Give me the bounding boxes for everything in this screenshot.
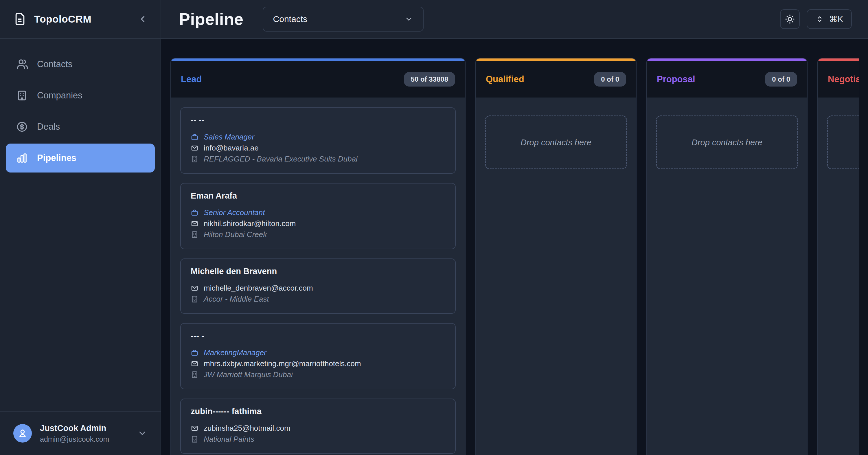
column-header: Proposal 0 of 0 xyxy=(647,61,807,98)
column-count-badge: 0 of 0 xyxy=(594,72,626,87)
column-header: Qualified 0 of 0 xyxy=(476,61,636,98)
building-icon xyxy=(191,295,198,303)
sidebar-item-label: Deals xyxy=(37,122,60,132)
drop-zone-label: Drop contacts here xyxy=(521,138,591,147)
briefcase-icon xyxy=(191,349,198,357)
column-accent xyxy=(818,58,859,61)
contact-card[interactable]: zubin------ fathima zubinsha25@hotmail.c… xyxy=(180,399,456,454)
sidebar-item-deals[interactable]: Deals xyxy=(6,112,155,141)
email: info@bavaria.ae xyxy=(204,143,259,153)
contact-card[interactable]: Eman Arafa Senior Accountant nikhil.shir… xyxy=(180,183,456,249)
column-title: Proposal xyxy=(657,74,695,85)
briefcase-icon xyxy=(191,133,198,141)
user-meta: JustCook Admin admin@justcook.com xyxy=(40,423,109,444)
user-profile[interactable]: JustCook Admin admin@justcook.com xyxy=(0,411,161,455)
document-logo-icon xyxy=(13,12,27,26)
building-icon xyxy=(191,155,198,163)
dollar-icon xyxy=(16,121,28,132)
user-email: admin@justcook.com xyxy=(40,435,109,444)
sidebar-item-label: Companies xyxy=(37,90,83,101)
contact-card[interactable]: --- - MarketingManager mhrs.dxbjw.market… xyxy=(180,323,456,389)
drop-zone[interactable]: Drop contacts here xyxy=(827,116,859,169)
job-title: MarketingManager xyxy=(204,347,267,358)
email-row: zubinsha25@hotmail.com xyxy=(191,423,445,433)
mail-icon xyxy=(191,360,198,368)
board-area: Lead 50 of 33808 -- -- Sales Manager inf… xyxy=(161,39,868,455)
pipeline-board: Lead 50 of 33808 -- -- Sales Manager inf… xyxy=(161,39,859,455)
avatar xyxy=(13,424,32,443)
app-title: TopoloCRM xyxy=(34,13,91,25)
mail-icon xyxy=(191,144,198,152)
email: michelle_denbraven@accor.com xyxy=(204,282,313,294)
job-title: Sales Manager xyxy=(204,131,254,143)
sidebar-item-label: Contacts xyxy=(37,59,72,69)
chevron-down-icon xyxy=(404,15,413,24)
drop-zone[interactable]: Drop contacts here xyxy=(485,116,627,169)
user-name: JustCook Admin xyxy=(40,423,109,433)
topbar-actions: ⌘K xyxy=(780,9,852,29)
page-title: Pipeline xyxy=(179,9,244,29)
card-name: --- - xyxy=(191,331,445,341)
bar-chart-icon xyxy=(16,152,28,164)
company: Accor - Middle East xyxy=(204,294,269,304)
company-row: Accor - Middle East xyxy=(191,294,445,304)
user-menu-chevron-icon[interactable] xyxy=(137,428,147,438)
column-header: Negotiation 0 of 0 xyxy=(818,61,859,98)
job-title-row: Sales Manager xyxy=(191,131,445,143)
job-title-row: Senior Accountant xyxy=(191,207,445,218)
command-palette-button[interactable]: ⌘K xyxy=(807,9,852,29)
topbar: Pipeline Contacts xyxy=(161,0,868,39)
column-accent xyxy=(476,58,636,61)
theme-toggle-button[interactable] xyxy=(780,9,800,29)
building-icon xyxy=(191,435,198,443)
sidebar: TopoloCRM Contacts xyxy=(0,0,161,455)
mail-icon xyxy=(191,424,198,432)
pipeline-entity-select[interactable]: Contacts xyxy=(263,7,424,32)
email-row: michelle_denbraven@accor.com xyxy=(191,282,445,294)
card-list: -- -- Sales Manager info@bavaria.ae REFL… xyxy=(171,98,465,455)
email: zubinsha25@hotmail.com xyxy=(204,423,290,433)
contact-card[interactable]: -- -- Sales Manager info@bavaria.ae REFL… xyxy=(180,108,456,174)
app-root: TopoloCRM Contacts xyxy=(0,0,868,455)
company-row: National Paints xyxy=(191,433,445,445)
chevrons-up-down-icon xyxy=(815,15,824,24)
column-proposal: Proposal 0 of 0 Drop contacts here xyxy=(646,58,808,455)
column-title: Negotiation xyxy=(828,74,859,85)
email: mhrs.dxbjw.marketing.mgr@marriotthotels.… xyxy=(204,358,361,369)
person-icon xyxy=(17,428,28,439)
briefcase-icon xyxy=(191,209,198,216)
card-name: Michelle den Bravenn xyxy=(191,267,445,276)
sidebar-item-contacts[interactable]: Contacts xyxy=(6,50,155,79)
column-accent xyxy=(647,58,807,61)
company-row: Hilton Dubai Creek xyxy=(191,229,445,240)
drop-zone-label: Drop contacts here xyxy=(691,138,763,147)
email-row: info@bavaria.ae xyxy=(191,143,445,153)
card-name: -- -- xyxy=(191,116,445,125)
sidebar-item-label: Pipelines xyxy=(37,153,76,163)
job-title: Senior Accountant xyxy=(204,207,265,218)
company-row: REFLAGGED - Bavaria Executive Suits Duba… xyxy=(191,153,445,164)
building-icon xyxy=(191,231,198,239)
sidebar-collapse-button[interactable] xyxy=(137,14,148,24)
column-count-badge: 50 of 33808 xyxy=(404,72,455,87)
column-title: Qualified xyxy=(486,74,524,85)
contact-card[interactable]: Michelle den Bravenn michelle_denbraven@… xyxy=(180,259,456,314)
company: REFLAGGED - Bavaria Executive Suits Duba… xyxy=(204,153,358,164)
users-icon xyxy=(16,58,28,70)
sidebar-item-pipelines[interactable]: Pipelines xyxy=(6,144,155,173)
company: JW Marriott Marquis Dubai xyxy=(204,369,293,380)
building-icon xyxy=(191,371,198,378)
mail-icon xyxy=(191,284,198,292)
sidebar-item-companies[interactable]: Companies xyxy=(6,81,155,110)
email: nikhil.shirodkar@hilton.com xyxy=(204,218,296,229)
card-list: Drop contacts here xyxy=(647,98,807,455)
card-name: zubin------ fathima xyxy=(191,407,445,416)
company-row: JW Marriott Marquis Dubai xyxy=(191,369,445,380)
chevron-left-icon xyxy=(137,14,148,24)
mail-icon xyxy=(191,220,198,228)
column-lead: Lead 50 of 33808 -- -- Sales Manager inf… xyxy=(170,58,466,455)
card-list: Drop contacts here xyxy=(476,98,636,455)
company: National Paints xyxy=(204,433,254,445)
drop-zone[interactable]: Drop contacts here xyxy=(656,116,798,169)
shortcut-label: ⌘K xyxy=(829,14,843,24)
